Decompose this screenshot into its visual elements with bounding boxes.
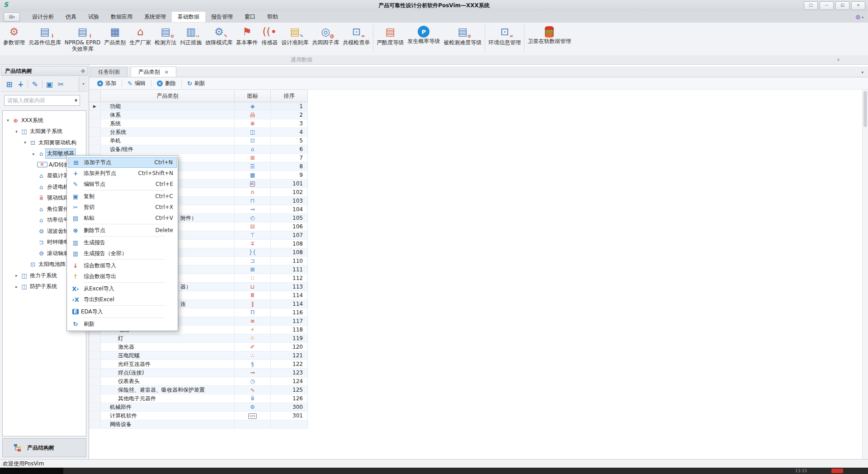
collapse-arrow-icon[interactable]: ▾ (13, 129, 20, 134)
table-row[interactable]: 网络设备 (89, 420, 308, 429)
table-row[interactable]: 压电陀螺∴121 (89, 351, 308, 360)
test-method-button[interactable]: ▤⊙检测方法 (153, 24, 178, 52)
menu-cut[interactable]: ✂剪切Ctrl+X (68, 202, 177, 213)
menu-export-to-excel[interactable]: ›X导出到Excel (68, 294, 177, 305)
ribbon-collapse-icon[interactable]: ∧ (837, 57, 840, 62)
restore-button[interactable]: ◱ (835, 1, 849, 10)
corrective-action-button[interactable]: ▥‹›纠正措施 (178, 24, 203, 52)
menubar-item[interactable]: 设计分析 (26, 12, 60, 22)
tab-task-profile[interactable]: 任务剖面 (90, 66, 127, 77)
table-row[interactable]: 保险丝、避雷器、吸收器和保护装置∿125 (89, 386, 308, 394)
close-button[interactable]: × (851, 1, 865, 10)
tree-item[interactable]: ▾◫太阳翼子系统 (3, 126, 86, 137)
manufacturer-button[interactable]: ⌂生产厂家 (127, 24, 153, 52)
table-row[interactable]: 设备/组件⌂6 (89, 145, 308, 154)
component-info-lib-button[interactable]: ▤i元器件信息库 (27, 24, 63, 52)
tree-add-child-button[interactable]: ⊞ (4, 79, 15, 90)
search-dropdown-icon[interactable]: ▼ (72, 99, 80, 103)
table-row[interactable]: 系统⊕3 (89, 119, 308, 128)
tab-close-icon[interactable]: × (165, 69, 169, 75)
column-header-category[interactable]: 产品类别 (101, 90, 235, 102)
nprd-eprd-lib-button[interactable]: ▤iNPRD& EPRD失效率库 (63, 24, 102, 52)
delete-button[interactable]: ×删除 (153, 80, 179, 87)
menu-generate-report-all[interactable]: ▥生成报告（全部） (68, 248, 177, 259)
menu-eda-import[interactable]: EEDA导入 (68, 306, 177, 317)
tree-add-sibling-button[interactable]: ∔ (15, 79, 26, 90)
taskbar-app-icon[interactable] (831, 469, 843, 473)
design-criteria-lib-button[interactable]: ▤✎设计准则库 (279, 24, 310, 52)
menubar-item[interactable]: 试验 (82, 12, 105, 22)
menu-add-child-node[interactable]: ⊞添加子节点Ctrl+N (68, 157, 177, 168)
tree-search-input[interactable] (5, 97, 72, 104)
table-row[interactable]: 仪表表头◷124 (89, 377, 308, 386)
collapse-arrow-icon[interactable]: ▾ (5, 118, 11, 123)
menu-paste[interactable]: ▤粘贴Ctrl+V (68, 213, 177, 223)
menubar-item[interactable]: 仿真 (60, 12, 82, 22)
dock-bottom-tab[interactable]: 产品结构树 (2, 438, 86, 457)
tab-list-dropdown-icon[interactable]: ▾ (861, 70, 863, 75)
probability-level-button[interactable]: P发生概率等级 (406, 24, 442, 52)
table-row[interactable]: 分系统◫4 (89, 128, 308, 137)
tree-copy-button[interactable]: ▣ (44, 79, 55, 90)
table-row[interactable]: ▶功能◈1 (89, 102, 308, 111)
common-mode-checklist-button[interactable]: ⊡≈共模检查单 (341, 24, 372, 52)
menu-composite-data-export[interactable]: ↑综合数据导出 (68, 271, 177, 282)
menu-import-from-excel[interactable]: X›从Excel导入 (68, 283, 177, 294)
table-row[interactable]: 机械部件⚙300 (89, 403, 308, 412)
minimize-button[interactable]: — (820, 1, 834, 10)
detect-difficulty-level-button[interactable]: ▤⊙被检测难度等级 (442, 24, 483, 52)
collapse-arrow-icon[interactable]: ▾ (22, 140, 28, 145)
table-row[interactable]: 焊点(连接)⊸123 (89, 369, 308, 377)
mechanical-gear-icon: ⚙ (250, 404, 255, 410)
severity-level-button[interactable]: ▤严酷度等级 (375, 24, 406, 52)
failure-mode-lib-button[interactable]: ⚙✎故障模式库 (203, 24, 234, 52)
menu-add-sibling-node[interactable]: ∔添加并列节点Ctrl+Shift+N (68, 168, 177, 179)
menu-composite-data-import[interactable]: ↓综合数据导入 (68, 260, 177, 271)
tab-product-category[interactable]: 产品类别× (131, 66, 176, 77)
table-row[interactable]: 其他电子元器件ⅲ126 (89, 394, 308, 403)
pin-icon[interactable]: ✜ (81, 67, 85, 76)
add-button[interactable]: +添加 (94, 80, 120, 87)
menubar-item[interactable]: 报告管理 (205, 12, 239, 22)
menubar-item[interactable]: 数据应用 (105, 12, 138, 22)
table-row[interactable]: 光纤互连器件§122 (89, 360, 308, 369)
env-info-manage-button[interactable]: ⊡≈环境信息管理 (486, 24, 523, 52)
user-icon[interactable]: ◍ ▾ (855, 14, 863, 20)
scrollbar-thumb[interactable] (863, 91, 867, 127)
menubar-item[interactable]: 基础数据 (172, 12, 205, 22)
product-category-button[interactable]: ▦产品类别 (102, 24, 127, 52)
common-cause-factor-lib-button[interactable]: ◎@共因因子库 (310, 24, 341, 52)
basic-event-button[interactable]: ⚑基本事件 (234, 24, 259, 52)
table-row[interactable]: 激光器✐120 (89, 343, 308, 351)
snip-button[interactable]: ▢ (804, 1, 818, 10)
menubar-item[interactable]: 系统管理 (138, 12, 172, 22)
tree-toolbar-dropdown-button[interactable]: ▾ (79, 77, 88, 91)
vertical-scrollbar[interactable] (862, 90, 868, 459)
window-menu-button[interactable]: ▤▾ (4, 12, 20, 22)
table-row[interactable]: 计算机软件</>301 (89, 412, 308, 420)
expand-arrow-icon[interactable]: ▸ (13, 284, 20, 289)
tree-cut-button[interactable]: ✂ (55, 79, 66, 90)
menu-copy[interactable]: ▣复制Ctrl+C (68, 191, 177, 202)
menubar-item[interactable]: 窗口 (239, 12, 261, 22)
column-header-sort[interactable]: 排序 (271, 90, 308, 102)
tree-item[interactable]: ▾⊡太阳翼驱动机构 (3, 137, 86, 148)
menu-edit-node[interactable]: ✎编辑节点Ctrl+E (68, 179, 177, 190)
refresh-button[interactable]: ↻刷新 (184, 80, 209, 87)
table-row[interactable]: 灯☼119 (89, 334, 308, 343)
params-manage-button[interactable]: ⚙参数管理 (1, 24, 27, 52)
sensor-button[interactable]: ((•传感器 (259, 24, 279, 52)
tree-item[interactable]: ▾⊕XXX系统 (3, 115, 86, 126)
table-row[interactable]: 体系品2 (89, 111, 308, 119)
menu-generate-report[interactable]: ▥生成报告 (68, 237, 177, 248)
menu-refresh[interactable]: ↻刷新 (68, 318, 177, 329)
menubar-item[interactable]: 帮助 (261, 12, 284, 22)
edit-button[interactable]: ✎编辑 (124, 80, 149, 87)
menu-delete-node[interactable]: ⊗删除节点Delete (68, 225, 177, 236)
expand-arrow-icon[interactable]: ▸ (30, 152, 37, 156)
expand-arrow-icon[interactable]: ▸ (13, 273, 20, 278)
tree-edit-button[interactable]: ✎ (29, 79, 41, 90)
table-row[interactable]: 单机⊡5 (89, 137, 308, 145)
satellite-orbit-data-manage-button[interactable]: ▤卫星在轨数据管理 (526, 24, 573, 52)
column-header-icon[interactable]: 图标 (235, 90, 271, 102)
